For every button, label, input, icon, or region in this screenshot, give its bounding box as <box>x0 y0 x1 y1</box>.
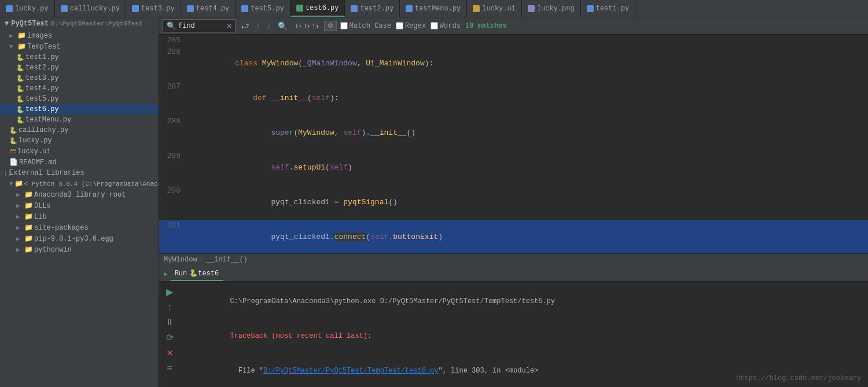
search-bar: 🔍 ✕ ⮐ ↑ ↓ 🔍 Tт Tт Тт ⚙ Match Case Regex <box>159 17 868 35</box>
search-input[interactable] <box>178 22 225 30</box>
sidebar-item-test2[interactable]: 🐍 test2.py <box>0 62 159 73</box>
search-input-wrap[interactable]: 🔍 ✕ <box>163 19 236 32</box>
run-line-file1: File "D:/PyQt5Master/PyQt5Test/TempTest/… <box>180 353 863 385</box>
tab-calllucky-py[interactable]: calllucky.py <box>55 0 126 17</box>
line-number: 288 <box>159 116 185 127</box>
tab-test6-py[interactable]: test6.py <box>290 0 345 17</box>
match-case-label: Match Case <box>350 22 391 30</box>
words-checkbox[interactable] <box>431 22 438 30</box>
search-up-button[interactable]: ↓ <box>265 21 273 31</box>
run-tab[interactable]: Run 🐍 test6 <box>170 267 224 281</box>
sidebar-item-testmenu[interactable]: 🐍 testMenu.py <box>0 115 159 125</box>
tab-icon-python <box>6 5 13 12</box>
file-py-icon: 🐍 <box>16 95 24 103</box>
sidebar-item-site-packages[interactable]: ▶ 📁 site-packages <box>0 222 159 233</box>
file-label: test4.py <box>25 84 59 93</box>
sidebar-item-images[interactable]: ▶ 📁 images <box>0 30 159 41</box>
folder-icon: 📁 <box>14 179 23 188</box>
tab-testmenu-py[interactable]: testMenu.py <box>400 0 467 17</box>
run-file1-pre: File " <box>230 367 263 375</box>
search-options: Match Case Regex Words 19 matches <box>340 22 507 30</box>
folder-arrow: ▶ <box>16 213 23 220</box>
tab-label: test5.py <box>251 5 284 13</box>
tab-label: test1.py <box>596 5 630 13</box>
run-up-button[interactable]: ↑ <box>164 301 175 314</box>
sidebar-item-test3[interactable]: 🐍 test3.py <box>0 73 159 83</box>
sidebar-item-readme[interactable]: 📄 README.md <box>0 157 159 168</box>
breadcrumb-bar: MyWindow › __init__() <box>159 253 868 266</box>
code-op: ): <box>425 59 434 68</box>
tab-icon-python <box>351 5 358 12</box>
tab-lucky-ui[interactable]: lucky.ui <box>467 0 522 17</box>
run-play-button[interactable]: ▶ <box>164 285 175 298</box>
code-line-288: 288 super(MyWindow, self).__init__() <box>159 116 868 150</box>
sidebar-item-calllucky[interactable]: 🐍 calllucky.py <box>0 125 159 135</box>
sidebar-item-python[interactable]: ▼ 📁 < Python 3.6.4 (C:\ProgramData\Anaco… <box>0 178 159 189</box>
self-keyword: self <box>271 163 289 172</box>
sidebar-item-pip[interactable]: ▶ 📁 pip-9.0.1-py3.6.egg <box>0 233 159 244</box>
folder-label: TempTest <box>27 43 61 51</box>
folder-arrow: ▼ <box>9 180 13 187</box>
search-prev-button[interactable]: ⮐ <box>239 21 251 31</box>
folder-icon: 📁 <box>17 42 26 51</box>
var: pyqt_clicked1 <box>271 233 329 241</box>
code-op: . <box>388 233 393 241</box>
tab-test1-py[interactable]: test1.py <box>581 0 636 17</box>
tab-lucky-py[interactable]: lucky.py <box>0 0 55 17</box>
builtin: super <box>271 128 293 137</box>
tab-test5-py[interactable]: test5.py <box>236 0 290 17</box>
self-keyword: self <box>370 233 388 241</box>
sidebar-item-test4[interactable]: 🐍 test4.py <box>0 83 159 94</box>
search-settings-button[interactable]: ⚙ <box>324 21 337 31</box>
folder-arrow: ▶ <box>16 202 23 209</box>
folder-icon: 📁 <box>24 245 33 254</box>
words-option[interactable]: Words <box>431 22 461 30</box>
folder-icon-ext: ||| <box>0 169 7 176</box>
code-op: ): <box>330 94 339 102</box>
tab-icon-png <box>528 5 535 12</box>
run-file1-link[interactable]: D:/PyQt5Master/PyQt5Test/TempTest/test6.… <box>263 367 438 375</box>
sidebar-item-test6[interactable]: 🐍 test6.py <box>0 104 159 115</box>
tab-label: lucky.png <box>537 5 575 13</box>
folder-label: External Libraries <box>9 169 84 177</box>
regex-checkbox[interactable] <box>396 22 403 30</box>
match-case-option[interactable]: Match Case <box>340 22 391 30</box>
search-next-button[interactable]: ↑ <box>254 21 262 31</box>
keyword: class <box>235 59 262 68</box>
sidebar-item-dlls[interactable]: ▶ 📁 DLLs <box>0 200 159 211</box>
code-op: . <box>330 233 334 241</box>
run-scroll-button[interactable]: ≡ <box>164 362 175 375</box>
sidebar-item-anaconda[interactable]: ▶ 📁 Anaconda3 library root <box>0 189 159 200</box>
folder-icon: 📁 <box>24 234 33 243</box>
sidebar-item-pythonwin[interactable]: ▶ 📁 pythonwin <box>0 244 159 255</box>
tab-test3-py[interactable]: test3.py <box>126 0 181 17</box>
close-search[interactable]: ✕ <box>227 21 231 31</box>
run-tab-bar: ▶ Run 🐍 test6 <box>159 267 868 282</box>
tab-bar: lucky.py calllucky.py test3.py test4.py … <box>0 0 868 17</box>
tab-label: lucky.ui <box>482 5 516 13</box>
breadcrumb-method: __init__() <box>206 256 248 264</box>
folder-arrow: ▶ <box>16 224 23 231</box>
run-rerun-button[interactable]: ⟳ <box>164 331 175 344</box>
connect-highlight: connect <box>334 233 366 241</box>
sidebar-item-temptest[interactable]: ▼ 📁 TempTest <box>0 41 159 52</box>
sidebar-item-lucky[interactable]: 🐍 lucky.py <box>0 135 159 146</box>
search-zoom-button[interactable]: 🔍 <box>276 21 289 31</box>
folder-icon: 📁 <box>24 223 33 232</box>
tab-test4-py[interactable]: test4.py <box>181 0 236 17</box>
run-pause-button[interactable]: ⏸ <box>164 316 175 329</box>
regex-option[interactable]: Regex <box>396 22 426 30</box>
code-op: , <box>334 128 344 137</box>
sidebar-item-ext-libs[interactable]: ||| External Libraries <box>0 168 159 178</box>
tab-test2-py[interactable]: test2.py <box>345 0 400 17</box>
sidebar-item-test1[interactable]: 🐍 test1.py <box>0 52 159 62</box>
code-editor[interactable]: 285 286 class MyWindow(_QMainWindow, Ui_… <box>159 35 868 253</box>
match-case-checkbox[interactable] <box>340 22 348 30</box>
sidebar-item-lib[interactable]: ▶ 📁 Lib <box>0 211 159 222</box>
sidebar-item-test5[interactable]: 🐍 test5.py <box>0 94 159 104</box>
run-stop-button[interactable]: ✕ <box>164 347 175 360</box>
tab-label: test6.py <box>306 4 339 12</box>
search-options-button[interactable]: Tт Tт Тт <box>293 23 320 30</box>
tab-lucky-png[interactable]: lucky.png <box>522 0 581 17</box>
sidebar-item-luckyui[interactable]: 🗃 lucky.ui <box>0 146 159 157</box>
